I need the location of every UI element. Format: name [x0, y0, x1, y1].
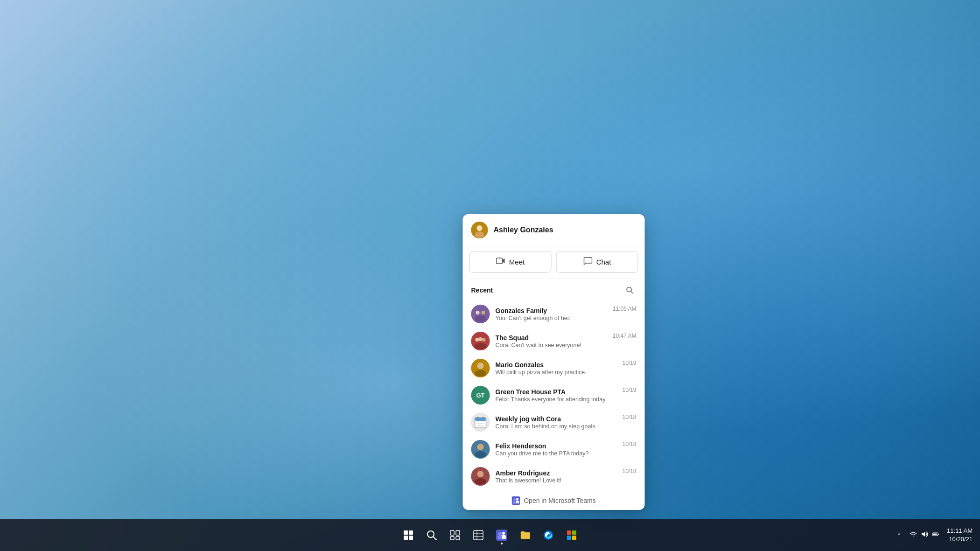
- teams-logo-icon: [511, 496, 520, 505]
- chat-time: 10/18: [622, 468, 636, 474]
- chat-label: Chat: [596, 258, 611, 266]
- chat-time: 10:47 AM: [613, 333, 637, 339]
- chat-avatar-amber: [471, 467, 490, 486]
- chat-name: Mario Gonzales: [496, 361, 617, 369]
- chat-item-squad[interactable]: The Squad Cora: Can't wait to see everyo…: [463, 328, 645, 355]
- svg-rect-58: [572, 536, 576, 540]
- svg-rect-56: [572, 530, 576, 535]
- chat-time: 10/18: [622, 441, 636, 447]
- chat-icon: [583, 256, 593, 268]
- chat-list: Gonzales Family You: Can't get enough of…: [463, 300, 645, 491]
- svg-rect-57: [567, 536, 571, 540]
- chat-preview: Can you drive me to the PTA today?: [496, 450, 617, 457]
- desktop: Ashley Gonzales Meet Chat: [0, 0, 980, 551]
- svg-rect-20: [477, 417, 479, 419]
- battery-icon: [932, 530, 939, 540]
- svg-rect-21: [483, 417, 484, 419]
- recent-header: Recent: [463, 279, 645, 300]
- chat-avatar-felix: [471, 440, 490, 459]
- chat-item-gonzales-family[interactable]: Gonzales Family You: Can't get enough of…: [463, 300, 645, 328]
- widgets-button[interactable]: [468, 525, 489, 545]
- chat-item-mario[interactable]: Mario Gonzales Will pick up pizza after …: [463, 355, 645, 382]
- svg-rect-38: [409, 536, 413, 540]
- chat-info-squad: The Squad Cora: Can't wait to see everyo…: [496, 334, 607, 349]
- svg-point-29: [475, 478, 486, 485]
- chat-time: 10/18: [622, 414, 636, 420]
- file-explorer-button[interactable]: [515, 525, 535, 545]
- svg-point-52: [498, 532, 502, 536]
- svg-rect-35: [404, 530, 408, 535]
- svg-point-25: [477, 444, 484, 450]
- taskbar-search-button[interactable]: [421, 525, 442, 545]
- chat-item-weekly-jog[interactable]: Weekly jog with Cora Cora: I am so behin…: [463, 409, 645, 436]
- svg-point-14: [475, 343, 487, 349]
- svg-point-28: [477, 471, 484, 477]
- svg-rect-61: [933, 534, 937, 535]
- svg-point-8: [482, 311, 485, 314]
- chat-time: 10/19: [622, 387, 636, 393]
- svg-rect-36: [409, 530, 413, 535]
- search-recent-button[interactable]: [623, 284, 637, 297]
- svg-point-2: [475, 231, 484, 238]
- svg-rect-3: [497, 258, 503, 264]
- user-name: Ashley Gonzales: [494, 226, 553, 234]
- system-clock[interactable]: 11:11 AM 10/20/21: [947, 527, 973, 544]
- meet-icon: [496, 256, 505, 268]
- taskbar: ^: [0, 519, 980, 551]
- task-view-button[interactable]: [445, 525, 465, 545]
- svg-point-9: [475, 315, 486, 322]
- chat-preview: You: Can't get enough of her.: [496, 315, 607, 321]
- teams-chat-popup: Ashley Gonzales Meet Chat: [463, 214, 645, 510]
- svg-point-7: [476, 311, 480, 314]
- meet-button[interactable]: Meet: [469, 251, 552, 273]
- chat-info-green-tree: Green Tree House PTA Felix: Thanks every…: [496, 388, 617, 403]
- chat-preview: Cora: Can't wait to see everyone!: [496, 342, 607, 349]
- taskbar-store-button[interactable]: [561, 525, 582, 545]
- svg-line-40: [433, 537, 436, 540]
- svg-point-12: [482, 338, 486, 342]
- chat-preview: Cora: I am so behind on my step goals.: [496, 423, 617, 430]
- action-buttons: Meet Chat: [463, 245, 645, 279]
- taskbar-teams-button[interactable]: [491, 525, 512, 545]
- system-tray-icons[interactable]: [906, 529, 943, 542]
- chat-item-green-tree[interactable]: GT Green Tree House PTA Felix: Thanks ev…: [463, 382, 645, 409]
- svg-rect-45: [474, 530, 483, 540]
- svg-rect-41: [450, 530, 454, 535]
- open-teams-label: Open in Microsoft Teams: [524, 497, 596, 504]
- system-tray-expand-button[interactable]: ^: [896, 531, 902, 539]
- chat-avatar-mario: [471, 359, 490, 377]
- svg-rect-53: [497, 536, 502, 539]
- volume-icon: [921, 530, 928, 540]
- svg-rect-60: [938, 534, 939, 535]
- chat-avatar-squad: [471, 332, 490, 350]
- chat-button[interactable]: Chat: [556, 251, 638, 273]
- svg-rect-37: [404, 536, 408, 540]
- svg-point-16: [477, 363, 484, 369]
- clock-date: 10/20/21: [947, 535, 973, 544]
- svg-rect-44: [456, 537, 460, 540]
- chat-name: Weekly jog with Cora: [496, 415, 617, 423]
- popup-header: Ashley Gonzales: [463, 214, 645, 245]
- open-in-teams-button[interactable]: Open in Microsoft Teams: [463, 491, 645, 510]
- chat-avatar-weekly-jog: [471, 413, 490, 432]
- svg-rect-55: [567, 530, 571, 535]
- chat-item-amber[interactable]: Amber Rodriguez That is awesome! Love it…: [463, 463, 645, 490]
- svg-line-5: [631, 292, 633, 294]
- taskbar-edge-button[interactable]: [538, 525, 559, 545]
- chat-item-felix[interactable]: Felix Henderson Can you drive me to the …: [463, 436, 645, 463]
- chat-preview: That is awesome! Love it!: [496, 477, 617, 484]
- start-button[interactable]: [398, 525, 419, 545]
- svg-point-1: [477, 225, 483, 231]
- chat-time: 10/19: [622, 360, 636, 366]
- wifi-icon: [910, 530, 917, 540]
- svg-point-13: [479, 337, 483, 341]
- svg-point-50: [502, 532, 505, 535]
- svg-rect-43: [450, 537, 454, 540]
- chat-time: 11:09 AM: [613, 306, 637, 312]
- svg-point-31: [516, 498, 518, 501]
- svg-point-26: [475, 451, 486, 458]
- taskbar-right: ^: [896, 527, 973, 544]
- chat-info-gonzales-family: Gonzales Family You: Can't get enough of…: [496, 307, 607, 321]
- chat-name: Gonzales Family: [496, 307, 607, 314]
- svg-point-33: [513, 498, 516, 501]
